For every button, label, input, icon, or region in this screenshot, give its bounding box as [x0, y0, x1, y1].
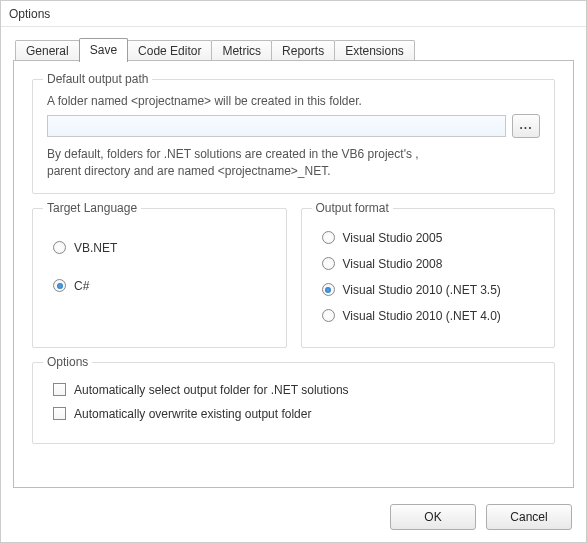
- tab-extensions[interactable]: Extensions: [334, 40, 415, 62]
- radio-vs2010-net40[interactable]: Visual Studio 2010 (.NET 4.0): [322, 309, 541, 323]
- window-title: Options: [1, 1, 586, 27]
- tab-metrics[interactable]: Metrics: [211, 40, 272, 62]
- group-legend: Options: [43, 355, 92, 369]
- ok-button[interactable]: OK: [390, 504, 476, 530]
- checkbox-icon: [53, 383, 66, 396]
- check-auto-overwrite[interactable]: Automatically overwrite existing output …: [53, 407, 540, 421]
- radio-icon: [53, 279, 66, 292]
- group-options: Options Automatically select output fold…: [32, 362, 555, 444]
- tab-reports[interactable]: Reports: [271, 40, 335, 62]
- tabstrip: General Save Code Editor Metrics Reports…: [15, 37, 574, 61]
- options-dialog: Options General Save Code Editor Metrics…: [0, 0, 587, 543]
- radio-label: VB.NET: [74, 241, 117, 255]
- cancel-button[interactable]: Cancel: [486, 504, 572, 530]
- two-column-row: Target Language VB.NET C# Output format: [32, 208, 555, 362]
- radio-icon: [322, 257, 335, 270]
- output-path-input[interactable]: [47, 115, 506, 137]
- checkbox-label: Automatically select output folder for .…: [74, 383, 349, 397]
- output-path-desc: A folder named <projectname> will be cre…: [47, 94, 540, 108]
- tab-save[interactable]: Save: [79, 38, 128, 62]
- radio-label: Visual Studio 2005: [343, 231, 443, 245]
- group-legend: Output format: [312, 201, 393, 215]
- radio-icon: [53, 241, 66, 254]
- tab-page-save: Default output path A folder named <proj…: [13, 60, 574, 488]
- group-default-output-path: Default output path A folder named <proj…: [32, 79, 555, 194]
- output-path-row: ...: [47, 114, 540, 138]
- group-output-format: Output format Visual Studio 2005 Visual …: [301, 208, 556, 348]
- group-legend: Default output path: [43, 72, 152, 86]
- radio-label: Visual Studio 2008: [343, 257, 443, 271]
- hint-line-1: By default, folders for .NET solutions a…: [47, 146, 540, 163]
- group-target-language: Target Language VB.NET C#: [32, 208, 287, 348]
- tab-general[interactable]: General: [15, 40, 80, 62]
- client-area: General Save Code Editor Metrics Reports…: [1, 27, 586, 542]
- radio-label: Visual Studio 2010 (.NET 4.0): [343, 309, 501, 323]
- radio-vs2010-net35[interactable]: Visual Studio 2010 (.NET 3.5): [322, 283, 541, 297]
- output-path-hint: By default, folders for .NET solutions a…: [47, 146, 540, 181]
- radio-icon: [322, 309, 335, 322]
- radio-label: Visual Studio 2010 (.NET 3.5): [343, 283, 501, 297]
- radio-vs2008[interactable]: Visual Studio 2008: [322, 257, 541, 271]
- radio-icon: [322, 283, 335, 296]
- dialog-buttons: OK Cancel: [390, 504, 572, 530]
- checkbox-label: Automatically overwrite existing output …: [74, 407, 311, 421]
- checkbox-icon: [53, 407, 66, 420]
- tab-code-editor[interactable]: Code Editor: [127, 40, 212, 62]
- check-auto-select-output[interactable]: Automatically select output folder for .…: [53, 383, 540, 397]
- radio-label: C#: [74, 279, 89, 293]
- radio-csharp[interactable]: C#: [53, 279, 272, 293]
- radio-vbnet[interactable]: VB.NET: [53, 241, 272, 255]
- radio-icon: [322, 231, 335, 244]
- hint-line-2: parent directory and are named <projectn…: [47, 163, 540, 180]
- browse-button[interactable]: ...: [512, 114, 540, 138]
- radio-vs2005[interactable]: Visual Studio 2005: [322, 231, 541, 245]
- group-legend: Target Language: [43, 201, 141, 215]
